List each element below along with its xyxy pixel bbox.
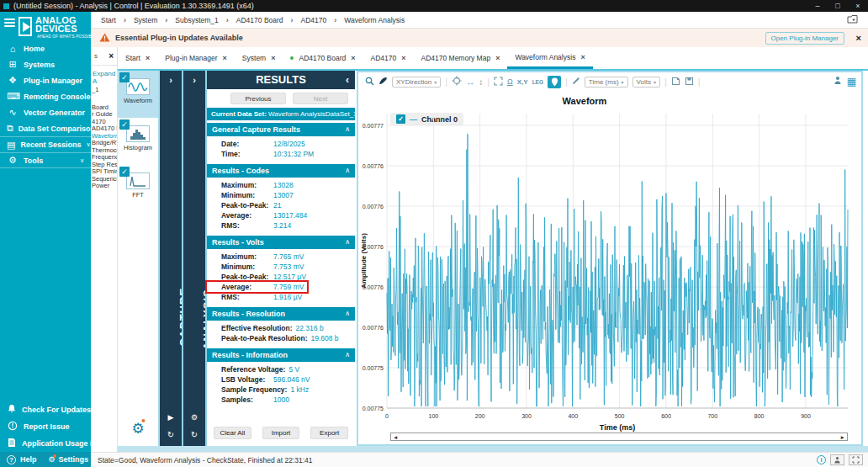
sidebar-item-application-usage-logging[interactable]: Application Usage Logging <box>0 435 91 452</box>
omega-icon[interactable]: Ω <box>507 77 513 86</box>
tab-close-icon[interactable]: × <box>271 54 275 62</box>
tree-item-ad4170-m[interactable]: AD4170 M <box>92 125 117 133</box>
sidebar-item-help[interactable]: Help <box>20 455 37 464</box>
tree-item-step-resp[interactable]: Step Resp <box>92 162 117 169</box>
waveform-chart[interactable]: 0.007770.007760.007760.007760.007760.007… <box>360 103 861 434</box>
pan-horizontal-icon[interactable]: ↔ <box>466 77 474 87</box>
results-section-header-results-volts[interactable]: Results - Volts∧ <box>207 236 355 249</box>
breadcrumb-item-system[interactable]: System <box>134 16 157 24</box>
close-button[interactable]: × <box>848 2 868 10</box>
pan-vertical-icon[interactable]: ↕ <box>479 77 483 87</box>
breadcrumb-item-ad4170-board[interactable]: AD4170 Board <box>236 16 283 24</box>
tree-item-1[interactable]: _1 <box>92 87 117 94</box>
sidebar-item-data-set-comparison[interactable]: ⧉Data Set Comparison <box>0 120 91 136</box>
status-info-icon[interactable]: i <box>817 455 826 464</box>
collapse-chevron-icon[interactable]: ∧ <box>345 310 350 318</box>
remote-user-icon[interactable] <box>830 454 844 465</box>
previous-button[interactable]: Previous <box>230 93 286 104</box>
data-grid-icon[interactable]: ▦ <box>847 76 856 88</box>
sidebar-item-home[interactable]: ⌂Home <box>0 40 91 56</box>
xy-direction-dropdown[interactable]: XYDirection▾ <box>392 77 441 88</box>
collapse-chevron-icon[interactable]: ∧ <box>345 351 350 359</box>
marker-pin-button[interactable] <box>548 76 561 88</box>
xy-values-toggle[interactable]: X,Y <box>517 78 528 86</box>
tab-close-icon[interactable]: × <box>146 54 150 62</box>
tree-close-icon[interactable]: × <box>108 51 114 61</box>
results-section-header-general-capture-results[interactable]: General Capture Results∧ <box>207 123 355 136</box>
capture-panel[interactable]: › CAPTURE ▶ ↻ <box>158 71 182 446</box>
maximize-button[interactable]: □ <box>828 2 848 10</box>
minimize-button[interactable]: – <box>807 2 828 10</box>
hamburger-menu-icon[interactable] <box>4 19 15 29</box>
breadcrumb-item-ad4170[interactable]: AD4170 <box>301 16 327 24</box>
results-section-header-results-codes[interactable]: Results - Codes∧ <box>207 164 355 178</box>
import-button[interactable]: Import <box>262 427 300 439</box>
open-plugin-manager-button[interactable]: Open Plug-in Manager <box>765 32 845 45</box>
view-item-histogram[interactable]: ✓Histogram <box>118 118 158 165</box>
view-checkbox-histogram[interactable]: ✓ <box>119 119 130 130</box>
chart-h-scrollbar[interactable]: ◄ ► <box>390 433 848 441</box>
sidebar-item-recent-sessions[interactable]: ▤Recent Sessions∨ <box>0 136 91 152</box>
tab-system[interactable]: System× <box>235 47 283 69</box>
collapse-chevron-icon[interactable]: ∧ <box>345 167 350 175</box>
sidebar-item-settings[interactable]: Settings <box>59 455 89 464</box>
breadcrumb-item-start[interactable]: Start <box>101 16 116 24</box>
results-collapse-icon[interactable]: ‹ <box>346 71 349 89</box>
tree-item-sequencer[interactable]: Sequencer <box>92 176 117 183</box>
tree-item-bridge-rtd[interactable]: Bridge/RTD <box>92 140 117 147</box>
fit-view-icon[interactable] <box>494 77 503 88</box>
breadcrumb-item-waveform-analysis[interactable]: Waveform Analysis <box>344 16 405 24</box>
scroll-right-icon[interactable]: ► <box>840 434 845 440</box>
brush-icon[interactable] <box>378 77 388 87</box>
tab-close-icon[interactable]: × <box>351 54 355 62</box>
save-data-icon[interactable] <box>685 77 694 88</box>
tree-item-thermoco[interactable]: Thermoco <box>92 147 117 155</box>
zoom-icon[interactable] <box>365 77 374 88</box>
tab-close-icon[interactable]: × <box>223 54 227 62</box>
cursor-user-icon[interactable] <box>834 76 842 88</box>
capture-expand-icon[interactable]: › <box>160 75 182 85</box>
banner-close-icon[interactable]: × <box>856 33 861 43</box>
capture-refresh-icon[interactable]: ↻ <box>167 430 174 439</box>
sidebar-item-vector-generator[interactable]: ∿Vector Generator <box>0 104 91 120</box>
tab-ad4170[interactable]: AD4170× <box>363 47 414 69</box>
export-image-icon[interactable] <box>671 77 680 88</box>
session-folder-icon[interactable] <box>847 14 858 25</box>
tree-item-4170[interactable]: 4170 <box>92 119 117 126</box>
sidebar-item-tools[interactable]: ⚙Tools∨ <box>0 152 91 168</box>
tree-item-r-guide[interactable]: r Guide <box>92 111 117 119</box>
collapse-chevron-icon[interactable]: ∧ <box>345 238 350 247</box>
sidebar-item-check-for-updates[interactable]: Check For Updates <box>0 401 91 418</box>
scroll-left-icon[interactable]: ◄ <box>393 434 398 440</box>
tree-item-board[interactable]: Board <box>92 104 117 112</box>
time-unit-dropdown[interactable]: Time (ms)▾ <box>585 77 628 88</box>
clear-all-button[interactable]: Clear All <box>214 427 251 439</box>
legend-toggle[interactable]: LEG <box>532 79 543 85</box>
tab-ad4170-board[interactable]: AD4170 Board× <box>283 47 363 69</box>
tab-plug-in-manager[interactable]: Plug-in Manager× <box>157 47 235 69</box>
view-item-fft[interactable]: ✓FFT <box>118 165 158 212</box>
tree-item-power[interactable]: Power <box>92 183 117 190</box>
tree-item-spi-timing[interactable]: SPI Timing <box>92 168 117 176</box>
run-capture-icon[interactable]: ▶ <box>168 413 174 422</box>
breadcrumb-item-subsystem-1[interactable]: Subsystem_1 <box>175 16 219 24</box>
expand-all-link[interactable]: Expand A <box>91 66 117 87</box>
sidebar-item-systems[interactable]: ⊞Systems <box>0 56 91 72</box>
view-item-waveform[interactable]: ✓Waveform <box>118 71 158 118</box>
tab-close-icon[interactable]: × <box>495 54 500 62</box>
results-section-header-results-information[interactable]: Results - Information∧ <box>207 348 355 362</box>
sidebar-item-plug-in-manager[interactable]: ❖Plug-in Manager <box>0 72 91 88</box>
view-checkbox-fft[interactable]: ✓ <box>119 167 130 177</box>
tab-waveform-analysis[interactable]: Waveform Analysis× <box>507 47 592 69</box>
view-checkbox-waveform[interactable]: ✓ <box>119 72 130 82</box>
sidebar-item-report-issue[interactable]: Report Issue <box>0 418 91 435</box>
analysis-refresh-icon[interactable]: ↻ <box>191 430 198 439</box>
pan-target-icon[interactable] <box>452 76 462 88</box>
sidebar-item-remoting-console[interactable]: ⌨Remoting Console <box>0 88 91 104</box>
next-button[interactable]: Next <box>293 93 348 104</box>
tree-item-waveform[interactable]: Waveform <box>92 133 117 141</box>
volts-unit-dropdown[interactable]: Volts▾ <box>632 77 660 88</box>
annotate-pencil-icon[interactable] <box>572 77 580 87</box>
tab-start[interactable]: Start× <box>118 47 157 69</box>
tab-close-icon[interactable]: × <box>580 53 585 61</box>
